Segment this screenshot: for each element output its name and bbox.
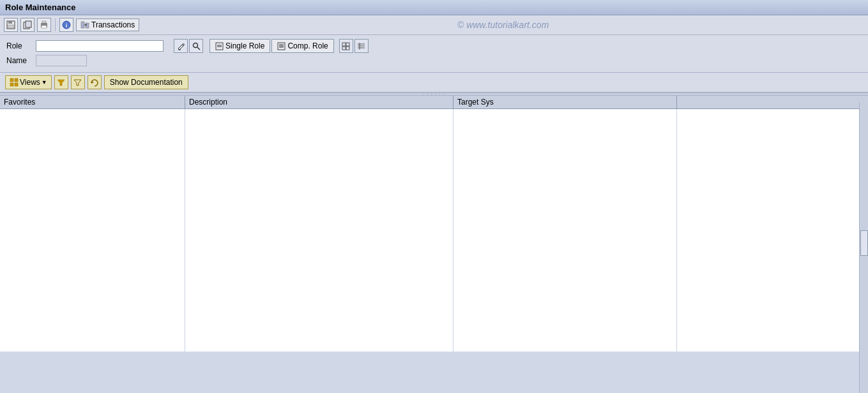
targetsys-column xyxy=(453,109,677,352)
table-area: · · · · · · Favorites Description Target… xyxy=(0,93,868,352)
svg-rect-26 xyxy=(342,47,346,50)
svg-marker-37 xyxy=(74,80,81,85)
transactions-label: Transactions xyxy=(91,20,135,29)
show-documentation-button[interactable]: Show Documentation xyxy=(104,75,188,89)
action-buttons: Single Role Comp. Role xyxy=(174,39,369,53)
views-button[interactable]: Views ▼ xyxy=(5,75,52,89)
svg-rect-34 xyxy=(10,83,13,86)
favorites-column xyxy=(0,109,185,352)
views-dropdown-icon: ▼ xyxy=(42,79,47,85)
svg-marker-38 xyxy=(91,81,94,84)
main-toolbar: i Transactions © www.tutorialkart.com xyxy=(0,15,868,35)
print-button[interactable] xyxy=(37,18,51,32)
extra-column xyxy=(677,109,868,352)
title-bar: Role Maintenance xyxy=(0,0,868,15)
description-column xyxy=(185,109,453,352)
svg-rect-27 xyxy=(346,47,349,50)
col-header-targetsys: Target Sys xyxy=(453,96,677,108)
filter-button-1[interactable] xyxy=(54,75,68,89)
svg-line-16 xyxy=(197,47,200,50)
col-header-favorites: Favorites xyxy=(0,96,185,108)
col-header-description: Description xyxy=(185,96,453,108)
svg-rect-6 xyxy=(42,21,46,23)
table-body xyxy=(0,109,868,352)
svg-rect-7 xyxy=(42,26,47,28)
col-header-extra xyxy=(677,96,868,108)
svg-rect-32 xyxy=(10,78,13,82)
svg-point-15 xyxy=(193,43,197,47)
svg-rect-25 xyxy=(346,43,349,46)
name-row: Name xyxy=(6,55,862,66)
vertical-scrollbar[interactable] xyxy=(859,102,868,393)
refresh-button[interactable] xyxy=(88,75,102,89)
comp-role-label: Comp. Role xyxy=(287,41,328,50)
role-row: Role xyxy=(6,39,862,53)
edit-button[interactable] xyxy=(174,39,188,53)
svg-rect-2 xyxy=(8,25,14,28)
page-title: Role Maintenance xyxy=(5,3,76,12)
single-role-button[interactable]: Single Role xyxy=(209,39,270,53)
comp-role-button[interactable]: Comp. Role xyxy=(271,39,333,53)
grid-button-1[interactable] xyxy=(339,39,353,53)
svg-text:i: i xyxy=(66,22,68,29)
name-input[interactable] xyxy=(36,55,87,66)
table-header: Favorites Description Target Sys xyxy=(0,96,868,109)
svg-rect-10 xyxy=(81,22,84,28)
search-button[interactable] xyxy=(189,39,203,53)
separator-1 xyxy=(55,19,56,31)
role-label: Role xyxy=(6,41,32,50)
transactions-button[interactable]: Transactions xyxy=(76,19,139,31)
single-role-label: Single Role xyxy=(225,41,264,50)
svg-rect-35 xyxy=(15,83,18,86)
svg-marker-36 xyxy=(57,80,65,85)
copy-button[interactable] xyxy=(20,18,34,32)
svg-rect-1 xyxy=(8,21,12,24)
role-input[interactable] xyxy=(36,40,164,52)
secondary-toolbar: Views ▼ Show Documentation xyxy=(0,73,868,93)
info-button[interactable]: i xyxy=(59,18,73,32)
views-label: Views xyxy=(20,78,40,87)
svg-rect-24 xyxy=(342,43,346,46)
watermark: © www.tutorialkart.com xyxy=(142,20,864,30)
scrollbar-thumb[interactable] xyxy=(860,230,868,256)
svg-rect-4 xyxy=(26,21,31,27)
show-documentation-label: Show Documentation xyxy=(110,78,183,87)
form-area: Role xyxy=(0,35,868,73)
filter-button-2[interactable] xyxy=(71,75,85,89)
save-button[interactable] xyxy=(4,18,18,32)
name-label: Name xyxy=(6,56,32,65)
svg-rect-33 xyxy=(15,78,18,82)
grid-button-2[interactable] xyxy=(354,39,369,53)
